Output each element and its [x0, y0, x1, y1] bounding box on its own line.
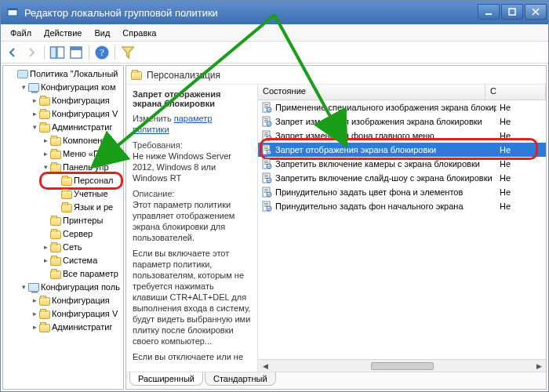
menu-action[interactable]: Действие	[38, 27, 88, 39]
tree-computer-config[interactable]: ▾Конфигурация ком	[5, 81, 122, 94]
list-row[interactable]: Запретить включение слайд-шоу с экрана б…	[258, 171, 546, 185]
svg-rect-21	[264, 132, 268, 133]
requirements-label: Требования:	[133, 140, 183, 150]
scroll-thumb[interactable]	[371, 362, 434, 370]
tree-item[interactable]: ▸Конфигурация V	[5, 107, 122, 121]
tree-item[interactable]: ▸Компоненть	[5, 134, 122, 147]
mmc-icon	[5, 5, 20, 20]
list-row[interactable]: Запрет отображения экрана блокировкиНе	[258, 143, 546, 157]
policy-state: Не	[496, 103, 546, 112]
svg-rect-36	[264, 175, 268, 176]
folder-icon	[50, 270, 61, 279]
scroll-right-icon[interactable]: ▶	[533, 361, 544, 371]
list-row[interactable]: Принудительно задать фон начального экра…	[258, 199, 546, 213]
policy-name: Запрет изменения фона главного меню	[275, 131, 496, 140]
policy-heading: Запрет отображения экрана блокировки	[133, 89, 251, 108]
show-hide-tree-button[interactable]	[49, 44, 66, 61]
svg-rect-5	[57, 46, 64, 57]
policy-name: Запретить включение слайд-шоу с экрана б…	[275, 173, 496, 183]
scroll-left-icon[interactable]: ◀	[260, 361, 271, 371]
svg-rect-42	[264, 191, 268, 191]
folder-icon	[61, 177, 72, 186]
right-body: Запрет отображения экрана блокировки Изм…	[126, 85, 546, 372]
svg-rect-3	[509, 9, 515, 15]
tree-item[interactable]: ▸Система	[5, 254, 122, 267]
folder-icon	[131, 71, 142, 80]
tree-item[interactable]: ▸Сеть	[5, 241, 122, 254]
svg-rect-46	[264, 203, 268, 204]
close-button[interactable]	[525, 4, 547, 20]
tree-item[interactable]: ▸Меню «Пуск	[5, 147, 122, 161]
tree-item[interactable]: ▸Конфигурация	[5, 94, 122, 107]
minimize-button[interactable]	[478, 4, 500, 20]
svg-rect-47	[264, 205, 268, 205]
tree-admin-templates[interactable]: ▾Администратиг	[5, 121, 122, 134]
svg-rect-7	[71, 46, 82, 49]
menu-help[interactable]: Справка	[116, 27, 162, 39]
list-row[interactable]: Применение специального изображения экра…	[258, 100, 546, 114]
folder-icon	[50, 244, 61, 252]
svg-rect-11	[264, 104, 268, 105]
policy-setting-icon	[261, 187, 272, 198]
toolbar-separator	[115, 45, 115, 60]
tree-item[interactable]: Все параметр	[5, 267, 122, 281]
list-row[interactable]: Принудительно задать цвет фона и элемент…	[258, 185, 546, 199]
tree-item[interactable]: Сервер	[5, 227, 122, 241]
folder-icon	[39, 111, 50, 119]
forward-button[interactable]	[23, 44, 40, 61]
description-label: Описание:	[133, 189, 175, 198]
tree-item[interactable]: Язык и ре	[5, 201, 122, 214]
toolbar: ?	[1, 42, 548, 64]
tree-pane[interactable]: Политика "Локальный ▾Конфигурация ком ▸К…	[2, 65, 124, 390]
list-row[interactable]: Запрет изменения фона главного менюНе	[258, 129, 546, 143]
tree-item[interactable]: ▸Конфигурация	[5, 294, 122, 307]
tab-standard[interactable]: Стандартный	[205, 372, 276, 386]
folder-icon	[39, 324, 50, 332]
policy-name: Запретить включение камеры с экрана блок…	[275, 159, 496, 169]
properties-button[interactable]	[67, 44, 85, 61]
svg-rect-1	[8, 9, 17, 10]
svg-rect-12	[264, 106, 268, 107]
policy-state: Не	[496, 201, 546, 211]
list-header: Состояние С	[258, 85, 546, 100]
list-row[interactable]: Запрет изменения изображения экрана блок…	[258, 114, 546, 129]
tree-personalization[interactable]: Персонал	[5, 174, 122, 187]
details-column: Запрет отображения экрана блокировки Изм…	[126, 85, 258, 372]
filter-button[interactable]	[119, 44, 136, 61]
list-row[interactable]: Запретить включение камеры с экрана блок…	[258, 157, 546, 171]
policy-state: Не	[496, 159, 546, 169]
computer-icon	[28, 83, 39, 92]
tree-root[interactable]: Политика "Локальный	[5, 67, 122, 81]
svg-rect-32	[264, 162, 268, 163]
policy-icon	[17, 70, 28, 78]
section-title: Персонализация	[147, 70, 220, 81]
tab-extended[interactable]: Расширенный	[129, 372, 203, 386]
app-window: Редактор локальной групповой политики Фа…	[0, 0, 549, 392]
toolbar-separator	[89, 45, 89, 60]
tree-item[interactable]: Принтеры	[5, 214, 122, 227]
svg-rect-26	[264, 147, 268, 147]
policy-setting-icon	[261, 116, 272, 127]
svg-rect-37	[264, 176, 268, 177]
back-button[interactable]	[4, 44, 21, 61]
horizontal-scrollbar[interactable]: ◀ ▶	[258, 359, 546, 372]
policy-name: Запрет отображения экрана блокировки	[275, 145, 496, 154]
folder-icon	[50, 217, 61, 226]
description-text: Если вы отключаете или не	[133, 351, 251, 362]
maximize-button[interactable]	[501, 4, 523, 20]
tree-item[interactable]: ▸Администратиг	[5, 321, 122, 334]
tree-item[interactable]: ▸Конфигурация V	[5, 307, 122, 321]
menu-file[interactable]: Файл	[4, 27, 38, 39]
help-button[interactable]: ?	[93, 44, 111, 61]
col-state[interactable]: Состояние	[258, 85, 485, 100]
tree-user-config[interactable]: ▾Конфигурация поль	[5, 281, 122, 294]
list-rows[interactable]: Применение специального изображения экра…	[258, 100, 546, 359]
title-bar: Редактор локальной групповой политики	[1, 1, 548, 24]
description-text: Если вы включаете этот параметр политики…	[133, 248, 251, 347]
right-pane: Персонализация Запрет отображения экрана…	[125, 65, 547, 390]
menu-view[interactable]: Вид	[88, 27, 116, 39]
policy-state: Не	[496, 173, 546, 183]
policy-setting-icon	[261, 130, 272, 141]
col-c[interactable]: С	[485, 85, 546, 100]
tabs-row: Расширенный Стандартный	[126, 372, 546, 389]
